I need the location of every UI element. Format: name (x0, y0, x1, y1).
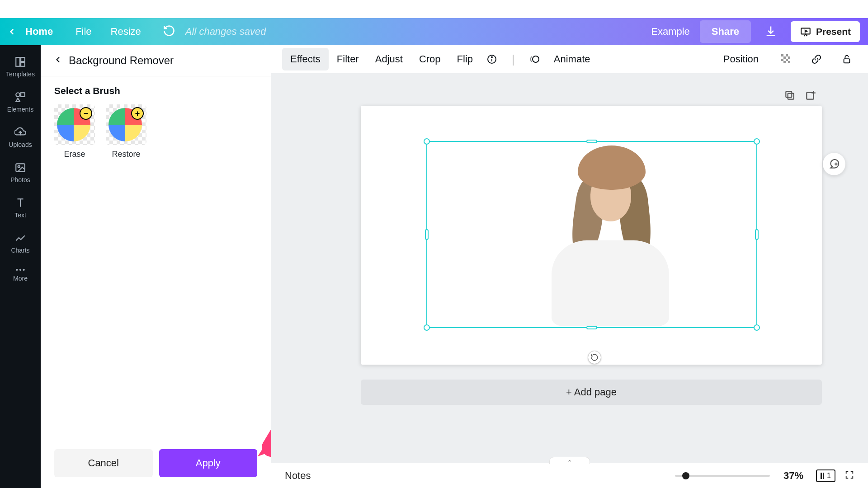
svg-rect-6 (21, 93, 25, 97)
panel-title: Background Remover (69, 54, 174, 67)
cutout-image[interactable] (533, 145, 687, 326)
undo-icon[interactable] (163, 24, 175, 39)
brush-label: Restore (112, 150, 140, 159)
toolbar-filter[interactable]: Filter (329, 48, 367, 70)
rotate-handle[interactable] (588, 351, 601, 364)
canvas-viewport[interactable]: + Add page (271, 73, 868, 463)
zoom-slider[interactable] (675, 475, 770, 477)
apply-button[interactable]: Apply (159, 449, 258, 477)
resize-handle-top-left[interactable] (424, 138, 430, 145)
zoom-slider-thumb[interactable] (682, 472, 689, 479)
panel-back-icon[interactable] (53, 55, 62, 66)
resize-handle-bottom[interactable] (586, 326, 597, 329)
brush-label: Erase (64, 150, 85, 159)
notes-button[interactable]: Notes (285, 470, 311, 482)
download-button[interactable] (761, 21, 781, 42)
sidebar-item-label: Text (14, 211, 26, 219)
toolbar-adjust[interactable]: Adjust (367, 48, 411, 70)
resize-menu[interactable]: Resize (111, 26, 141, 38)
plus-icon (131, 107, 144, 120)
svg-rect-30 (788, 94, 794, 99)
svg-rect-2 (16, 57, 20, 66)
page-count: 1 (827, 472, 831, 480)
browser-chrome-placeholder (0, 0, 868, 18)
fullscreen-icon[interactable] (844, 470, 854, 482)
sidebar-item-label: Photos (10, 176, 30, 183)
svg-rect-21 (781, 54, 783, 56)
home-link[interactable]: Home (25, 26, 53, 38)
toolbar-flip[interactable]: Flip (449, 48, 481, 70)
present-button[interactable]: Present (791, 21, 860, 42)
svg-rect-23 (783, 56, 786, 59)
sidebar-item-label: Charts (11, 247, 29, 254)
resize-handle-right[interactable] (755, 229, 759, 240)
brush-option-erase[interactable]: Erase (54, 104, 95, 159)
present-button-label: Present (816, 26, 851, 37)
svg-rect-3 (21, 57, 25, 61)
svg-point-13 (23, 269, 24, 271)
svg-point-18 (491, 57, 492, 58)
file-menu[interactable]: File (75, 26, 91, 38)
sidebar-item-text[interactable]: Text (0, 192, 41, 223)
toolbar-separator: | (512, 52, 515, 66)
sidebar-item-templates[interactable]: Templates (0, 52, 41, 82)
svg-rect-26 (786, 59, 788, 61)
sidebar-item-uploads[interactable]: Uploads (0, 122, 41, 153)
svg-rect-22 (786, 54, 788, 56)
resize-handle-bottom-right[interactable] (754, 324, 760, 331)
toolbar-animate[interactable]: Animate (546, 48, 599, 70)
select-brush-label: Select a Brush (54, 85, 257, 96)
toolbar-crop[interactable]: Crop (411, 48, 449, 70)
background-remover-panel: Background Remover Select a Brush Erase (41, 45, 271, 488)
cancel-button[interactable]: Cancel (54, 449, 153, 477)
sidebar-item-more[interactable]: More (0, 263, 41, 286)
page-indicator[interactable]: 1 (816, 469, 835, 482)
resize-handle-bottom-left[interactable] (424, 324, 430, 331)
zoom-percent[interactable]: 37% (783, 470, 803, 482)
svg-point-12 (19, 269, 21, 271)
svg-rect-24 (788, 56, 790, 59)
sidebar-item-charts[interactable]: Charts (0, 228, 41, 258)
svg-point-5 (16, 93, 20, 97)
canvas-area: Effects Filter Adjust Crop Flip | Animat… (271, 45, 868, 488)
duplicate-page-icon[interactable] (784, 89, 797, 102)
svg-rect-25 (781, 59, 783, 61)
svg-rect-31 (786, 91, 792, 97)
back-icon[interactable] (7, 27, 16, 36)
animate-icon[interactable] (524, 49, 546, 69)
svg-marker-1 (805, 30, 807, 32)
svg-rect-27 (783, 61, 786, 63)
sidebar-item-photos[interactable]: Photos (0, 157, 41, 188)
svg-marker-7 (16, 98, 20, 102)
resize-handle-left[interactable] (425, 229, 429, 240)
brush-option-restore[interactable]: Restore (106, 104, 146, 159)
resize-handle-top-right[interactable] (754, 138, 760, 145)
top-navigation-bar: Home File Resize All changes saved Examp… (0, 18, 868, 45)
lock-icon[interactable] (836, 50, 857, 69)
context-toolbar: Effects Filter Adjust Crop Flip | Animat… (271, 45, 868, 73)
design-title-link[interactable]: Example (651, 26, 690, 38)
svg-point-10 (18, 166, 20, 168)
expand-notes-tab[interactable] (549, 457, 590, 464)
save-status-text: All changes saved (185, 26, 266, 38)
toolbar-position[interactable]: Position (715, 48, 767, 70)
comment-fab[interactable] (823, 153, 845, 175)
toolbar-effects[interactable]: Effects (282, 48, 329, 70)
share-button[interactable]: Share (700, 20, 751, 43)
resize-handle-top[interactable] (586, 140, 597, 143)
bottom-bar: Notes 37% 1 (271, 463, 868, 488)
svg-rect-4 (21, 62, 25, 66)
sidebar-item-label: Templates (6, 70, 35, 78)
svg-rect-29 (844, 59, 850, 63)
link-icon[interactable] (806, 49, 827, 69)
add-page-button[interactable]: + Add page (361, 380, 822, 405)
info-icon[interactable] (481, 49, 503, 69)
sidebar-item-label: Elements (7, 106, 33, 113)
svg-rect-32 (807, 93, 813, 99)
svg-point-11 (16, 269, 18, 271)
sidebar-item-elements[interactable]: Elements (0, 87, 41, 117)
erase-thumb (54, 104, 95, 145)
add-page-icon[interactable] (805, 89, 817, 102)
minus-icon (80, 107, 92, 120)
transparency-icon[interactable] (776, 50, 797, 69)
